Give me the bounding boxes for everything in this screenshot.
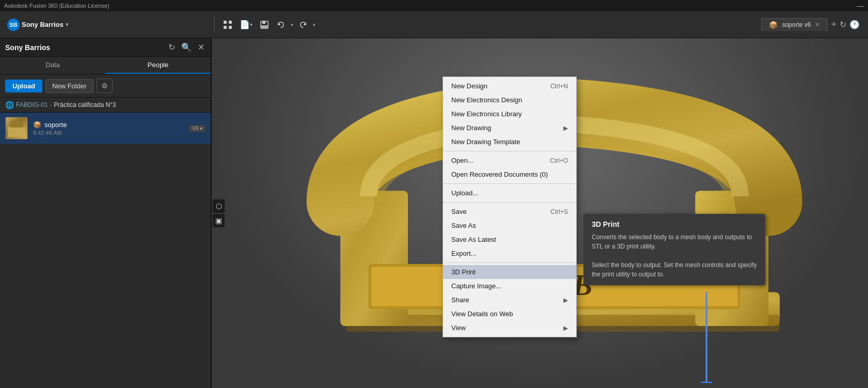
file-menu-button[interactable]: 📄 ▾ — [236, 18, 256, 32]
menu-item-new-drawing-template[interactable]: New Drawing Template — [443, 135, 576, 149]
menu-item-new-electronics-library[interactable]: New Electronics Library — [443, 107, 576, 121]
menu-item-save[interactable]: Save Ctrl+S — [443, 205, 576, 219]
tooltip-body: Converts the selected body to a mesh bod… — [592, 232, 757, 279]
menu-item-share[interactable]: Share ▶ — [443, 293, 576, 307]
separator-1 — [443, 151, 576, 151]
apps-grid-button[interactable] — [220, 18, 235, 32]
user-avatar: SB — [7, 19, 20, 31]
svg-rect-0 — [224, 21, 227, 24]
sidebar-actions: Upload New Folder ⚙ — [0, 74, 211, 98]
svg-rect-3 — [229, 26, 232, 29]
canvas-area: SHEET METAL TOOLS ◀ — [212, 38, 868, 388]
separator-2 — [443, 183, 576, 184]
add-tab-button[interactable]: + — [831, 19, 837, 30]
menu-item-export[interactable]: Export... — [443, 246, 576, 260]
window-tab-close[interactable]: ✕ — [815, 21, 820, 28]
new-folder-button[interactable]: New Folder — [45, 79, 93, 93]
file-dropdown-menu: New Design Ctrl+N New Electronics Design… — [443, 76, 577, 337]
canvas-tool-2[interactable]: ▣ — [213, 214, 225, 227]
svg-rect-6 — [261, 25, 267, 28]
menu-item-capture-image[interactable]: Capture Image... — [443, 279, 576, 293]
minimize-icon[interactable]: — — [857, 2, 864, 10]
svg-rect-1 — [229, 21, 232, 24]
save-button[interactable] — [257, 18, 272, 32]
svg-rect-5 — [262, 21, 265, 24]
title-bar-text: Autodesk Fusion 360 (Education License) — [4, 3, 109, 9]
refresh-icon[interactable]: ↻ — [167, 41, 176, 53]
redo-chevron[interactable]: ▾ — [312, 21, 317, 28]
file-info: 📦 soporte 8:42:48 AM — [33, 121, 184, 136]
breadcrumb-root[interactable]: FABDIG-01 — [16, 101, 48, 108]
menu-item-view-details[interactable]: View Details on Web — [443, 307, 576, 321]
menu-item-view[interactable]: View ▶ — [443, 321, 576, 335]
canvas-left-toolbar: ⬡ ▣ — [213, 199, 225, 227]
window-tab-label: soporte v6 — [782, 21, 811, 28]
main-toolbar-row: SB Sony Barrios ▾ 📄 ▾ — [0, 11, 868, 38]
user-name-label: Sony Barrios — [22, 21, 64, 28]
separator-3 — [443, 202, 576, 203]
sidebar-header-icons: ↻ 🔍 ✕ — [167, 41, 206, 53]
svg-rect-2 — [224, 26, 227, 29]
file-thumbnail — [5, 117, 28, 139]
user-dropdown[interactable]: SB Sony Barrios ▾ — [3, 17, 73, 33]
menu-item-open[interactable]: Open... Ctrl+O — [443, 153, 576, 167]
search-icon[interactable]: 🔍 — [180, 41, 193, 53]
tooltip-title: 3D Print — [592, 220, 757, 228]
close-sidebar-icon[interactable]: ✕ — [197, 41, 206, 53]
menu-item-save-as[interactable]: Save As — [443, 219, 576, 232]
canvas-tool-1[interactable]: ⬡ — [213, 199, 225, 213]
sidebar: Sony Barrios ↻ 🔍 ✕ Data People Upload — [0, 38, 212, 388]
version-badge[interactable]: V6 ▾ — [189, 125, 206, 132]
sidebar-header: Sony Barrios ↻ 🔍 ✕ — [0, 38, 211, 57]
breadcrumb: 🌐 FABDIG-01 › Práctica calificada N°3 — [0, 98, 211, 113]
tooltip-3d-print: 3D Print Converts the selected body to a… — [583, 214, 765, 285]
menu-item-3d-print[interactable]: 3D Print — [443, 265, 576, 279]
globe-icon: 🌐 — [5, 101, 14, 109]
menu-item-upload[interactable]: Upload... — [443, 186, 576, 200]
tab-people[interactable]: People — [105, 57, 211, 74]
window-tab[interactable]: 📦 soporte v6 ✕ — [761, 18, 828, 31]
separator-4 — [443, 262, 576, 263]
menu-item-new-design[interactable]: New Design Ctrl+N — [443, 79, 576, 93]
file-list: 📦 soporte 8:42:48 AM V6 ▾ — [0, 113, 211, 388]
refresh-tab-button[interactable]: ↻ — [840, 20, 846, 29]
menu-item-new-electronics-design[interactable]: New Electronics Design — [443, 93, 576, 107]
redo-button[interactable] — [295, 18, 311, 32]
file-meta: 8:42:48 AM — [33, 130, 184, 136]
settings-button[interactable]: ⚙ — [97, 79, 113, 93]
sidebar-user-name: Sony Barrios — [5, 43, 167, 52]
upload-button[interactable]: Upload — [5, 80, 42, 92]
user-chevron: ▾ — [66, 21, 69, 28]
title-bar: Autodesk Fusion 360 (Education License) … — [0, 0, 868, 11]
menu-item-open-recovered[interactable]: Open Recovered Documents (0) — [443, 167, 576, 181]
undo-chevron[interactable]: ▾ — [290, 21, 294, 28]
file-name: soporte — [44, 121, 67, 129]
undo-button[interactable] — [273, 18, 289, 32]
breadcrumb-separator: › — [50, 101, 52, 108]
menu-item-new-drawing[interactable]: New Drawing ▶ — [443, 121, 576, 135]
menu-item-save-as-latest[interactable]: Save As Latest — [443, 232, 576, 246]
tab-data[interactable]: Data — [0, 57, 105, 74]
breadcrumb-current: Práctica calificada N°3 — [54, 101, 116, 108]
file-item-soporte[interactable]: 📦 soporte 8:42:48 AM V6 ▾ — [0, 113, 211, 144]
history-button[interactable]: 🕐 — [849, 20, 860, 29]
window-tab-icon: 📦 — [769, 21, 778, 29]
sidebar-tabs: Data People — [0, 57, 211, 74]
